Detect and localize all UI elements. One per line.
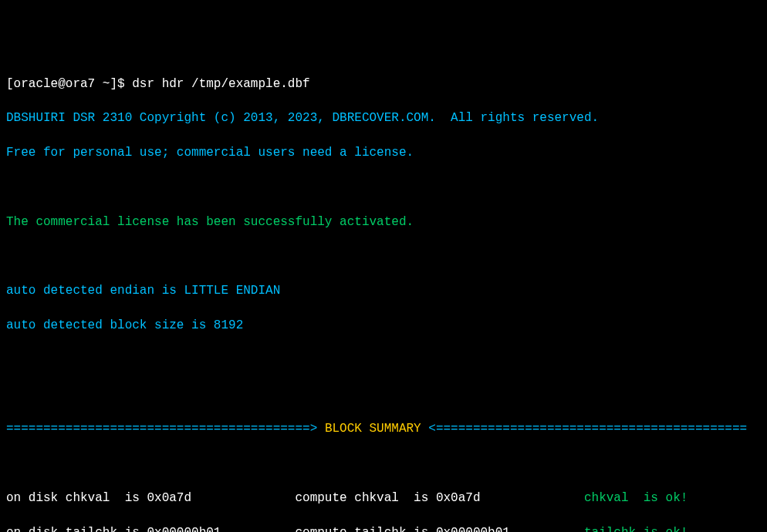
blank-line — [6, 179, 761, 196]
tailchk-status: tailchk is ok! — [584, 526, 688, 532]
chkval-status: chkval is ok! — [584, 491, 688, 505]
summary-separator-left: ========================================… — [6, 422, 325, 436]
blank-line — [6, 386, 761, 403]
blank-line — [6, 247, 761, 264]
chkval-line: on disk chkval is 0x0a7d compute chkval … — [6, 490, 761, 507]
copyright-line-2: Free for personal use; commercial users … — [6, 144, 761, 161]
terminal-prompt: [oracle@ora7 ~]$ dsr hdr /tmp/example.db… — [6, 76, 761, 93]
blank-line — [6, 455, 761, 472]
blocksize-detected: auto detected block size is 8192 — [6, 317, 761, 334]
copyright-line-1: DBSHUIRI DSR 2310 Copyright (c) 2013, 20… — [6, 109, 761, 126]
summary-title: BLOCK SUMMARY — [325, 422, 421, 436]
blank-line — [6, 352, 761, 369]
tailchk-text: on disk tailchk is 0x00000b01 compute ta… — [6, 526, 584, 532]
chkval-text: on disk chkval is 0x0a7d compute chkval … — [6, 491, 584, 505]
license-status: The commercial license has been successf… — [6, 214, 761, 231]
tailchk-line: on disk tailchk is 0x00000b01 compute ta… — [6, 524, 761, 532]
block-summary-header: ========================================… — [6, 420, 761, 437]
endian-detected: auto detected endian is LITTLE ENDIAN — [6, 282, 761, 299]
summary-separator-right: <=======================================… — [421, 422, 747, 436]
